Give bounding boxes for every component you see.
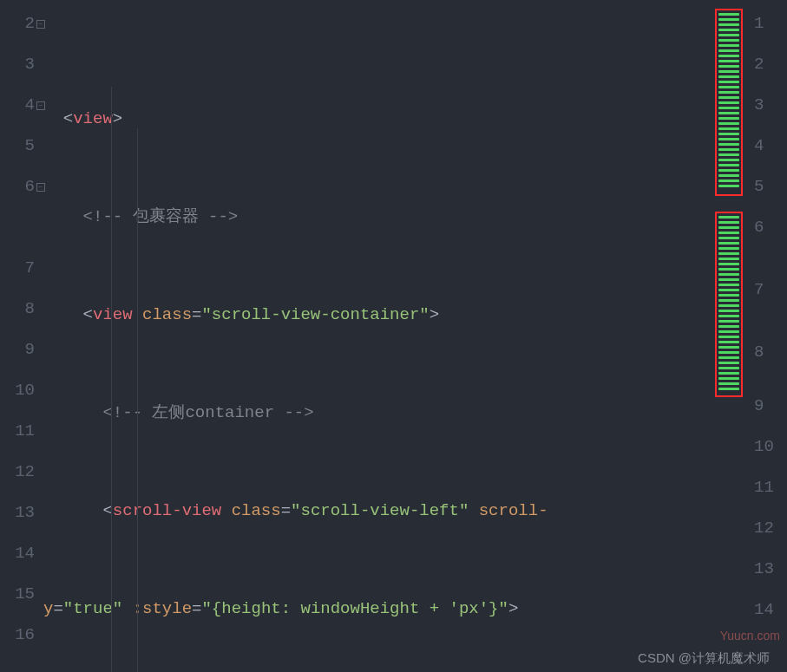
diff-add-marker [718,143,739,146]
diff-add-marker [718,289,739,291]
diff-add-marker [718,138,739,140]
diff-marker-box [715,212,743,397]
diff-add-marker [718,356,739,359]
diff-add-marker [718,18,739,21]
diff-add-marker [718,164,739,166]
diff-add-marker [718,60,739,62]
diff-add-marker [718,44,739,47]
diff-add-marker [718,232,739,234]
diff-add-marker [718,268,739,271]
diff-add-marker [718,341,739,343]
diff-add-marker [718,55,739,57]
diff-marker-box [715,9,743,196]
watermark: CSDN @计算机魔术师 [638,650,770,667]
diff-add-marker [718,351,739,354]
diff-add-marker [718,174,739,177]
diff-add-marker [718,304,739,307]
diff-add-marker [718,91,739,94]
diff-add-marker [718,179,739,182]
diff-add-marker [718,372,739,375]
code-line: y="true" :style="{height: windowHeight +… [43,589,749,630]
diff-add-marker [718,96,739,99]
diff-add-marker [718,388,739,390]
diff-add-marker [718,237,739,239]
diff-add-marker [718,81,739,83]
diff-add-marker [718,122,739,125]
diff-add-marker [718,112,739,114]
diff-add-marker [718,330,739,333]
code-editor[interactable]: 2−34−56−78910111213141516 <view> <!-- 包裹… [0,0,787,672]
line-number-gutter-right: 1234567891011121314 [749,0,787,672]
diff-add-marker [718,294,739,297]
diff-add-marker [718,216,739,219]
diff-add-marker [718,86,739,88]
diff-add-marker [718,148,739,151]
diff-add-marker [718,39,739,42]
diff-add-marker [718,362,739,364]
code-area[interactable]: <view> <!-- 包裹容器 --> <view class="scroll… [43,0,749,672]
diff-add-marker [718,273,739,276]
code-line: <!-- 左侧container --> [43,393,749,434]
diff-add-marker [718,101,739,104]
diff-add-marker [718,153,739,156]
diff-add-marker [718,263,739,265]
diff-add-marker [718,127,739,130]
diff-add-marker [718,75,739,78]
diff-add-marker [718,29,739,31]
diff-add-marker [718,159,739,161]
diff-add-marker [718,252,739,255]
diff-add-marker [718,315,739,317]
code-line: <view class="scroll-view-container"> [43,295,749,336]
diff-add-marker [718,310,739,312]
diff-add-marker [718,133,739,135]
diff-add-marker [718,226,739,229]
diff-add-marker [718,325,739,328]
diff-add-marker [718,49,739,52]
code-line: <scroll-view class="scroll-view-left" sc… [43,491,749,532]
diff-add-marker [718,367,739,369]
diff-add-marker [718,65,739,68]
diff-add-marker [718,221,739,224]
diff-add-marker [718,382,739,385]
diff-add-marker [718,346,739,349]
line-number-gutter-left: 2−34−56−78910111213141516 [0,0,43,672]
diff-add-marker [718,13,739,16]
diff-add-marker [718,70,739,73]
diff-add-marker [718,299,739,302]
diff-add-marker [718,34,739,36]
diff-add-marker [718,336,739,338]
diff-add-marker [718,320,739,323]
diff-add-marker [718,185,739,187]
indent-guide [111,87,112,672]
diff-add-marker [718,284,739,286]
diff-add-marker [718,278,739,281]
diff-add-marker [718,242,739,245]
watermark: Yuucn.com [720,629,780,643]
diff-add-marker [718,169,739,172]
indent-guide [137,128,138,672]
diff-add-marker [718,117,739,120]
diff-add-marker [718,107,739,109]
diff-add-marker [718,258,739,260]
diff-add-marker [718,377,739,380]
diff-add-marker [718,23,739,26]
code-line: <!-- 包裹容器 --> [43,197,749,238]
code-line: <view> [43,99,749,140]
diff-add-marker [718,247,739,250]
